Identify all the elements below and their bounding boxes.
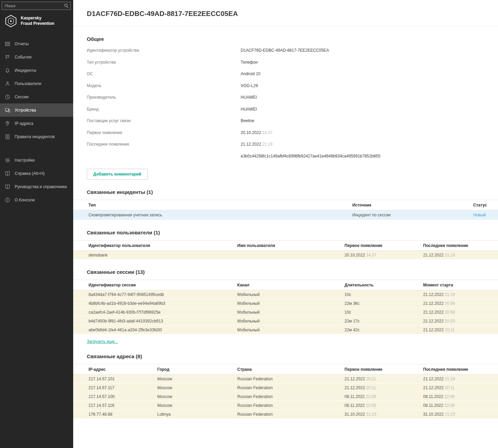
table-cell: Moscow — [157, 403, 237, 408]
sidebar-item-events[interactable]: События — [0, 50, 73, 64]
sidebar-item-devices[interactable]: Устройства — [0, 103, 73, 117]
sidebar-item-users[interactable]: Пользователи — [0, 77, 73, 90]
main-content: D1ACF76D-EDBC-49AD-8817-7EE2EECC05EA Общ… — [73, 0, 498, 448]
table-cell: 22м 17с — [344, 319, 423, 323]
table-cell: 217.14.57.100 — [89, 394, 157, 399]
field-row: Тип устройстваТелефон — [87, 56, 484, 68]
table-cell: b4d7450b-9f81-4fd3-adaf-4419392cb913 — [89, 319, 237, 323]
sidebar-item-label: Инциденты — [15, 68, 36, 73]
sessions-table: Идентификатор сессииКаналДлительностьМом… — [73, 280, 498, 334]
sidebar-item-settings[interactable]: Настройки — [0, 153, 73, 167]
table-cell: 08.11.2022 22:09 — [423, 394, 491, 399]
column-header: Имя пользователя — [237, 243, 344, 248]
table-cell: 217.14.57.101 — [89, 377, 157, 381]
logo-text: Kaspersky Fraud Prevention — [21, 16, 54, 26]
column-header: Идентификатор пользователя — [89, 243, 237, 248]
devices-icon — [5, 107, 10, 113]
table-cell: 22м 42с — [344, 328, 423, 332]
table-cell: 21.12.2022 21:19 — [423, 292, 491, 297]
table-cell: 176.77.48.88 — [89, 412, 157, 417]
sidebar-item-label: Настройки — [15, 158, 35, 163]
table-row[interactable]: 217.14.57.116MoscowRussian Federation08.… — [73, 401, 498, 410]
general-fields: Идентификатор устройстваD1ACF76D-EDBC-49… — [73, 45, 498, 162]
sidebar-item-label: Устройства — [15, 108, 36, 113]
logo-product: Fraud Prevention — [21, 21, 54, 27]
table-cell: abe0b9d4-1fe4-461a-a334-2ffe3e33fd30 — [89, 328, 237, 332]
field-value: HUAWEI — [241, 107, 257, 112]
sidebar-footer-menu: НастройкиСправка (Alt+H)Руководства и сп… — [0, 153, 73, 206]
table-cell: Russian Federation — [237, 385, 344, 390]
sidebar-item-label: Руководства и справочники — [15, 184, 67, 189]
sidebar-item-label: Отчеты — [15, 42, 29, 46]
sidebar-item-reports[interactable]: Отчеты — [0, 37, 73, 50]
users-heading: Связанные пользователи (1) — [87, 220, 484, 235]
table-row[interactable]: 217.14.57.100MoscowRussian Federation08.… — [73, 392, 498, 401]
sidebar-item-ip-addresses[interactable]: IP-адреса — [0, 117, 73, 130]
search-input[interactable] — [2, 2, 71, 10]
field-label: Поставщик услуг связи — [87, 118, 241, 123]
table-row[interactable]: 176.77.48.88LobnyaRussian Federation31.1… — [73, 410, 498, 419]
table-row[interactable]: 4b8bfc4b-ad1b-4928-b3de-ee94e94a69b3Моби… — [73, 299, 498, 308]
table-header-row: IP-адресГородСтранаПервое появлениеПосле… — [73, 364, 498, 375]
general-section: Общее Идентификатор устройстваD1ACF76D-E… — [73, 27, 498, 180]
column-header: Последнее появление — [423, 367, 491, 372]
sidebar-item-label: IP-адреса — [15, 121, 33, 126]
users-table: Идентификатор пользователяИмя пользовате… — [73, 240, 498, 260]
table-row[interactable]: ca2aefc4-2aef-414b-930b-f7f7df96925eМоби… — [73, 308, 498, 317]
table-cell: Инцидент по сессии — [352, 213, 473, 217]
column-header: Идентификатор сессии — [89, 283, 237, 287]
page-title: D1ACF76D-EDBC-49AD-8817-7EE2EECC05EA — [87, 10, 484, 18]
table-row[interactable]: Скомпрометированная учетная записьИнциде… — [73, 210, 498, 220]
table-cell: 4b8bfc4b-ad1b-4928-b3de-ee94e94a69b3 — [89, 301, 237, 306]
sidebar-item-guides[interactable]: Руководства и справочники — [0, 180, 73, 193]
table-cell: Мобильный — [237, 319, 344, 323]
sidebar-item-incident-rules[interactable]: Правила инцидентов — [0, 130, 73, 143]
table-row[interactable]: abe0b9d4-1fe4-461a-a334-2ffe3e33fd30Моби… — [73, 326, 498, 334]
page-header: D1ACF76D-EDBC-49AD-8817-7EE2EECC05EA — [73, 0, 498, 27]
table-cell: demobank — [89, 253, 237, 258]
column-header: Статус — [473, 203, 491, 208]
sidebar-item-incidents[interactable]: Инциденты — [0, 64, 73, 77]
app-window: Kaspersky Fraud Prevention ОтчетыСобытия… — [0, 0, 498, 448]
table-cell: 08.11.2022 22:09 — [344, 403, 423, 408]
table-row[interactable]: 217.14.57.101MoscowRussian Federation21.… — [73, 375, 498, 383]
table-cell: 217.14.57.116 — [89, 403, 157, 408]
incidents-table: ТипИсточникСтатус Скомпрометированная уч… — [73, 200, 498, 220]
sessions-section: Связанные сессии (13) Идентификатор сесс… — [73, 260, 498, 344]
table-header-row: Идентификатор сессииКаналДлительностьМом… — [73, 280, 498, 290]
field-value: D1ACF76D-EDBC-49AD-8817-7EE2EECC05EA — [241, 48, 329, 53]
table-cell: 10с — [344, 292, 423, 297]
add-comment-button[interactable]: Добавить комментарий — [87, 169, 148, 180]
status-link[interactable]: Новый — [473, 213, 491, 217]
search-icon[interactable] — [64, 3, 69, 8]
column-header: Тип — [89, 203, 352, 208]
sidebar-item-about[interactable]: О Консоли — [0, 193, 73, 206]
field-row: МодельVOG-L29 — [87, 80, 484, 92]
field-value: e3b0c44298fc1c149afbf4c8996fb92427ae41e4… — [241, 154, 380, 159]
sidebar-item-help[interactable]: Справка (Alt+H) — [0, 167, 73, 180]
table-row[interactable]: 217.14.57.117MoscowRussian Federation21.… — [73, 383, 498, 392]
column-header: Последнее появление — [423, 243, 491, 248]
sessions-heading: Связанные сессии (13) — [87, 260, 484, 275]
field-label: Последнее появление — [87, 142, 241, 147]
reports-icon — [5, 41, 10, 47]
table-cell: 21.12.2022 20:56 — [423, 301, 491, 306]
table-row[interactable]: b4d7450b-9f81-4fd3-adaf-4419392cb913Моби… — [73, 317, 498, 326]
field-value: VOG-L29 — [241, 83, 258, 88]
settings-icon — [5, 157, 10, 163]
table-cell: 31.10.2022 21:23 — [423, 412, 491, 417]
guides-icon — [5, 184, 10, 189]
column-header: Город — [157, 367, 237, 372]
table-row[interactable]: demobank20.10.2022 14:3721.12.2022 21:19 — [73, 251, 498, 260]
table-cell: 21.12.2022 20:33 — [423, 319, 491, 323]
column-header: Длительность — [344, 283, 423, 287]
sidebar-item-sessions[interactable]: Сессии — [0, 90, 73, 103]
table-cell: Moscow — [157, 394, 237, 399]
addresses-table: IP-адресГородСтранаПервое появлениеПосле… — [73, 364, 498, 419]
load-more-link[interactable]: Загрузить еще... — [87, 339, 118, 344]
table-cell: Мобильный — [237, 328, 344, 332]
sidebar-item-label: Справка (Alt+H) — [15, 171, 45, 176]
kaspersky-logo-icon — [4, 15, 17, 28]
table-cell: 22м 36с — [344, 301, 423, 306]
table-row[interactable]: 8a434da7-f764-4c77-94f7-90851495cedbМоби… — [73, 290, 498, 299]
